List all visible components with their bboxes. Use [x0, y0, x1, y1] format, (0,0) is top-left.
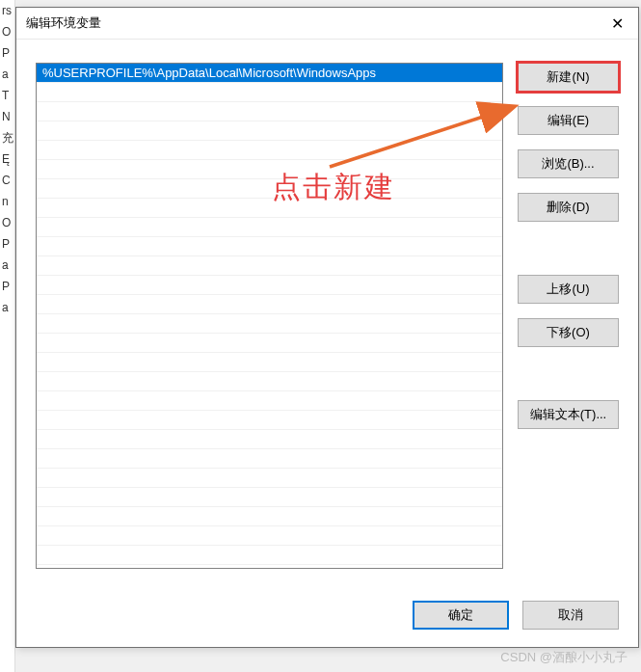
list-item[interactable] [37, 488, 502, 507]
button-column: 新建(N) 编辑(E) 浏览(B)... 删除(D) 上移(U) 下移(O) 编… [518, 63, 619, 429]
ok-button[interactable]: 确定 [413, 601, 509, 630]
list-item[interactable] [37, 102, 502, 121]
list-item[interactable] [37, 449, 502, 469]
browse-button[interactable]: 浏览(B)... [518, 149, 619, 178]
titlebar: 编辑环境变量 ✕ [16, 8, 638, 40]
list-item[interactable] [37, 199, 502, 218]
path-listbox[interactable]: %USERPROFILE%\AppData\Local\Microsoft\Wi… [36, 63, 503, 569]
content-area: %USERPROFILE%\AppData\Local\Microsoft\Wi… [16, 40, 638, 647]
edit-button[interactable]: 编辑(E) [518, 106, 619, 135]
move-down-button[interactable]: 下移(O) [518, 318, 619, 347]
new-button[interactable]: 新建(N) [518, 63, 619, 92]
list-item[interactable] [37, 526, 502, 546]
list-item[interactable] [37, 546, 502, 565]
list-item[interactable] [37, 334, 502, 353]
list-item[interactable] [37, 237, 502, 256]
list-item[interactable] [37, 469, 502, 488]
edit-text-button[interactable]: 编辑文本(T)... [518, 400, 619, 429]
bottom-buttons: 确定 取消 [413, 601, 619, 630]
close-icon[interactable]: ✕ [596, 8, 638, 39]
list-item[interactable] [37, 391, 502, 411]
list-item[interactable] [37, 507, 502, 526]
list-item[interactable] [37, 83, 502, 102]
list-item[interactable] [37, 179, 502, 199]
list-item[interactable] [37, 160, 502, 179]
list-item[interactable] [37, 353, 502, 372]
move-up-button[interactable]: 上移(U) [518, 275, 619, 304]
delete-button[interactable]: 删除(D) [518, 193, 619, 222]
list-item[interactable]: %USERPROFILE%\AppData\Local\Microsoft\Wi… [37, 64, 502, 83]
list-item[interactable] [37, 218, 502, 237]
edit-env-dialog: 编辑环境变量 ✕ %USERPROFILE%\AppData\Local\Mic… [15, 7, 639, 648]
watermark: CSDN @酒酿小小丸子 [500, 649, 628, 666]
list-item[interactable] [37, 256, 502, 276]
list-item[interactable] [37, 411, 502, 430]
list-item[interactable] [37, 314, 502, 334]
dialog-title: 编辑环境变量 [26, 14, 101, 32]
list-item[interactable] [37, 295, 502, 314]
list-item[interactable] [37, 372, 502, 391]
list-item[interactable] [37, 430, 502, 449]
list-item[interactable] [37, 276, 502, 295]
background-strip: rsOPaTN充ĘCnOPaPa [0, 0, 15, 672]
cancel-button[interactable]: 取消 [522, 601, 619, 630]
list-item[interactable] [37, 121, 502, 141]
list-item[interactable] [37, 141, 502, 160]
